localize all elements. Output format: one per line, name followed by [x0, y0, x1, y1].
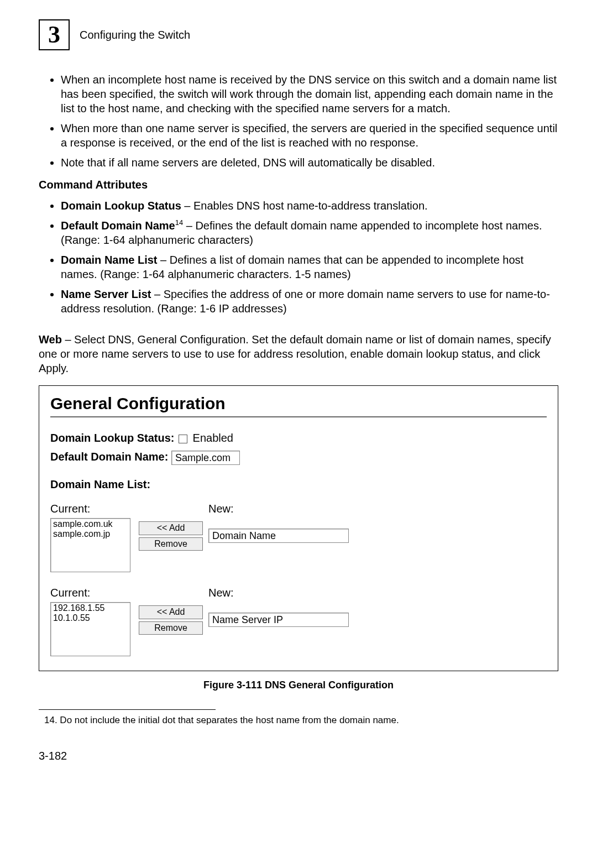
add-domain-button[interactable]: << Add [139, 521, 203, 535]
page-header: 3 Configuring the Switch [39, 19, 558, 50]
current-label: Current: [50, 501, 133, 516]
default-domain-input[interactable]: Sample.com [171, 451, 240, 465]
domain-lookup-label: Domain Lookup Status: [50, 432, 174, 444]
domain-list-editor: Current: sample.com.uk sample.com.jp << … [50, 501, 547, 572]
page-number: 3-182 [39, 749, 558, 763]
command-attributes-list: Domain Lookup Status – Enables DNS host … [39, 198, 558, 316]
attr-label: Domain Name List [61, 254, 157, 266]
domain-current-listbox[interactable]: sample.com.uk sample.com.jp [50, 518, 130, 572]
list-item[interactable]: sample.com.jp [53, 529, 128, 539]
section-title: Configuring the Switch [80, 28, 190, 42]
panel-title: General Configuration [50, 393, 547, 414]
footnote-rule [39, 709, 216, 710]
name-server-editor: Current: 192.168.1.55 10.1.0.55 << Add R… [50, 585, 547, 656]
web-instructions: Web – Select DNS, General Configuration.… [39, 332, 558, 375]
list-item[interactable]: sample.com.uk [53, 519, 128, 529]
command-attributes-heading: Command Attributes [39, 177, 558, 192]
intro-bullet-list: When an incomplete host name is received… [39, 72, 558, 170]
name-server-ip-input[interactable]: Name Server IP [208, 613, 349, 627]
footnote-text: 14. Do not include the initial dot that … [44, 714, 558, 726]
domain-lookup-checkbox[interactable] [179, 435, 187, 443]
list-item: Default Domain Name14 – Defines the defa… [61, 218, 558, 247]
divider [50, 416, 547, 417]
attr-label: Default Domain Name [61, 219, 175, 232]
list-item[interactable]: 192.168.1.55 [53, 603, 128, 613]
remove-domain-button[interactable]: Remove [139, 537, 203, 551]
list-item: Note that if all name servers are delete… [61, 155, 558, 170]
web-text: – Select DNS, General Configuration. Set… [39, 333, 551, 374]
list-item: Domain Name List – Defines a list of dom… [61, 253, 558, 281]
list-item[interactable]: 10.1.0.55 [53, 613, 128, 623]
attr-label: Domain Lookup Status [61, 200, 181, 212]
config-panel: General Configuration Domain Lookup Stat… [39, 385, 558, 671]
list-item: When an incomplete host name is received… [61, 72, 558, 116]
footnote-ref: 14 [175, 218, 183, 227]
add-ns-button[interactable]: << Add [139, 605, 203, 619]
default-domain-label: Default Domain Name: [50, 451, 168, 463]
chapter-number-badge: 3 [39, 19, 70, 50]
new-label: New: [208, 585, 349, 600]
new-label: New: [208, 501, 349, 516]
attr-label: Name Server List [61, 288, 151, 300]
list-item: Name Server List – Specifies the address… [61, 287, 558, 316]
list-item: When more than one name server is specif… [61, 121, 558, 150]
attr-desc: – Enables DNS host name-to-address trans… [181, 200, 428, 212]
domain-lookup-value: Enabled [193, 432, 233, 444]
domain-name-list-heading: Domain Name List: [50, 477, 547, 491]
domain-name-input[interactable]: Domain Name [208, 529, 349, 543]
remove-ns-button[interactable]: Remove [139, 621, 203, 635]
list-item: Domain Lookup Status – Enables DNS host … [61, 198, 558, 213]
current-label: Current: [50, 585, 133, 600]
ns-current-listbox[interactable]: 192.168.1.55 10.1.0.55 [50, 602, 130, 656]
web-label: Web [39, 333, 62, 346]
figure-caption: Figure 3-111 DNS General Configuration [39, 679, 558, 692]
